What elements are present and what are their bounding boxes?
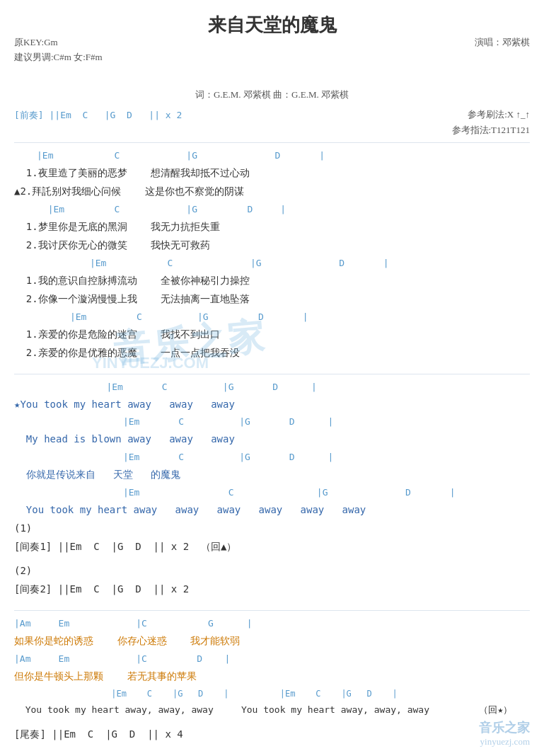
interlude1: [间奏1] ||Em C |G D || x 2 （回▲）	[14, 538, 530, 556]
chorus-long-lyric: You took my heart away away away away aw…	[14, 501, 530, 520]
bridge-lyric1: 如果你是蛇的诱惑 你存心迷惑 我才能软弱	[14, 632, 530, 651]
chorus-chords2: |Em C |G D |	[57, 413, 530, 430]
verse4-lyric2: 2.亲爱的你是优雅的恶魔 一点一点把我吞没	[14, 344, 530, 362]
interlude2: [间奏2] ||Em C |G D || x 2	[14, 580, 530, 599]
bridge-chords2: |Am Em |C D |	[14, 651, 530, 668]
final-chorus-lyric: You took my heart away, away, away You t…	[14, 701, 530, 718]
bridge-chords1: |Am Em |C G |	[14, 615, 530, 632]
chorus-note1: (1)	[14, 520, 530, 538]
verse3-lyric2: 2.你像一个漩涡慢慢上我 无法抽离一直地坠落	[14, 290, 530, 309]
final-chorus-chords: |Em C |G D | |Em C |G D |	[14, 686, 530, 701]
intro-section: [前奏] ||Em C |G D || x 2	[14, 107, 182, 124]
bridge-lyric2: 但你是牛顿头上那颗 若无其事的苹果	[14, 668, 530, 686]
verse1-lyric1: 1.夜里造了美丽的恶梦 想清醒我却抵不过心动	[14, 164, 530, 183]
verse4-lyric1: 1.亲爱的你是危险的迷宫 我找不到出口	[14, 326, 530, 344]
note2: (2)	[14, 562, 530, 580]
verse3-lyric1: 1.我的意识自控脉搏流动 全被你神秘引力操控	[14, 272, 530, 290]
chorus-long-chords: |Em C |G D |	[57, 484, 530, 501]
chorus-lyric2: My head is blown away away away	[14, 430, 530, 449]
verse3-chords: |Em C |G D |	[57, 255, 530, 272]
composer-line: 词：G.E.M. 邓紫棋 曲：G.E.M. 邓紫棋	[14, 88, 530, 101]
chorus-chords1: |Em C |G D |	[57, 379, 530, 396]
meta-right: 演唱：邓紫棋	[475, 35, 530, 50]
chorus-lyric1: ★You took my heart away away away	[14, 396, 530, 414]
chorus-lyric3: 你就是传说来自 天堂 的魔鬼	[14, 466, 530, 484]
chorus-chords3: |Em C |G D |	[57, 449, 530, 466]
verse2-chords: |Em C |G D |	[37, 201, 530, 218]
verse4-chords: |Em C |G D |	[37, 309, 530, 326]
ref-strumming: 参考刷法:X ↑_↑ 参考指法:T121T121	[452, 107, 531, 138]
verse2-lyric2: 2.我讨厌你无心的微笑 我快无可救药	[14, 236, 530, 255]
verse2-lyric1: 1.梦里你是无底的黑洞 我无力抗拒失重	[14, 218, 530, 236]
logo-bottom: 音乐之家 yinyuezj.com	[479, 719, 530, 748]
verse1-chords: |Em C |G D |	[37, 147, 530, 164]
outro: [尾奏] ||Em C |G D || x 4	[14, 726, 530, 744]
page: 来自天堂的魔鬼 原KEY:Gm 建议男调:C#m 女:F#m 演唱：邓紫棋 词：…	[0, 0, 544, 756]
meta-left: 原KEY:Gm 建议男调:C#m 女:F#m	[14, 35, 103, 65]
verse1-lyric2: ▲2.拜託别对我细心问候 这是你也不察觉的阴谋	[14, 183, 530, 201]
